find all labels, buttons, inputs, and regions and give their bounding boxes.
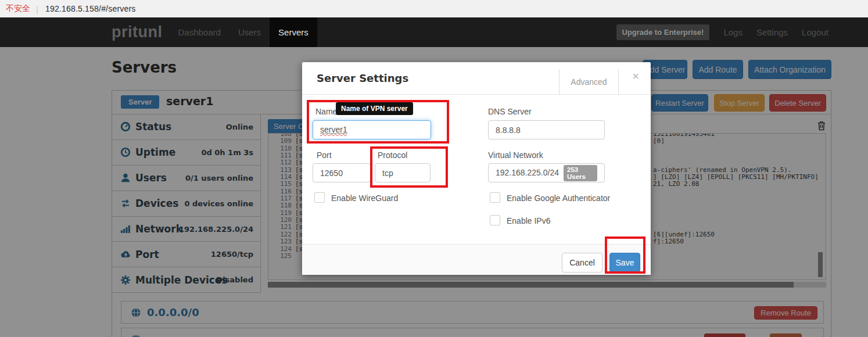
virtual-network-input[interactable]: 192.168.225.0/24 253 Users [488, 163, 605, 182]
nav-item-servers[interactable]: Servers [270, 17, 317, 47]
modal-title: Server Settings [317, 72, 408, 84]
ipv6-label: Enable IPv6 [507, 216, 551, 225]
virtual-network-label: Virtual Network [488, 150, 543, 160]
nav-item-logs[interactable]: Logs [716, 27, 749, 37]
pritunl-logo: pritunl [112, 23, 162, 41]
dns-server-input[interactable] [488, 120, 605, 139]
ipv6-checkbox[interactable] [490, 215, 500, 225]
wireguard-label: Enable WireGuard [331, 193, 398, 203]
google-auth-label: Enable Google Authenticator [507, 193, 610, 203]
server-settings-modal: Server Settings Advanced × Name Name of … [302, 62, 651, 275]
browser-address-bar[interactable]: 不安全 | 192.168.5.158/#/servers [0, 0, 868, 17]
dns-server-label: DNS Server [488, 107, 532, 116]
app-window: 不安全 | 192.168.5.158/#/servers pritunl Da… [0, 0, 868, 337]
modal-footer: Cancel Save [302, 244, 651, 275]
annotation-box-save-button [605, 236, 645, 274]
cancel-button[interactable]: Cancel [562, 253, 602, 273]
google-auth-checkbox[interactable] [490, 192, 500, 203]
top-navbar: pritunl Dashboard Users Servers Upgrade … [0, 17, 868, 47]
address-bar-divider: | [36, 4, 38, 14]
modal-header: Server Settings Advanced × [302, 62, 651, 95]
address-url[interactable]: 192.168.5.158/#/servers [45, 4, 136, 13]
port-label: Port [317, 150, 332, 160]
nav-item-users[interactable]: Users [229, 17, 270, 47]
close-icon[interactable]: × [632, 70, 639, 82]
nav-item-dashboard[interactable]: Dashboard [169, 17, 229, 47]
annotation-box-protocol-field [370, 146, 448, 188]
virtual-network-value: 192.168.225.0/24 [496, 164, 559, 182]
port-input[interactable] [313, 163, 371, 182]
upgrade-enterprise-button[interactable]: Upgrade to Enterprise! [616, 24, 710, 40]
navbar-right: Upgrade to Enterprise! Logs Settings Log… [616, 17, 835, 47]
nav-item-logout[interactable]: Logout [795, 27, 835, 37]
annotation-box-name-field [307, 100, 449, 144]
nav-item-settings[interactable]: Settings [749, 27, 795, 37]
wireguard-checkbox[interactable] [314, 192, 325, 203]
insecure-warning-label: 不安全 [6, 3, 30, 14]
users-count-badge: 253 Users [564, 165, 597, 181]
advanced-tab[interactable]: Advanced [559, 69, 619, 95]
